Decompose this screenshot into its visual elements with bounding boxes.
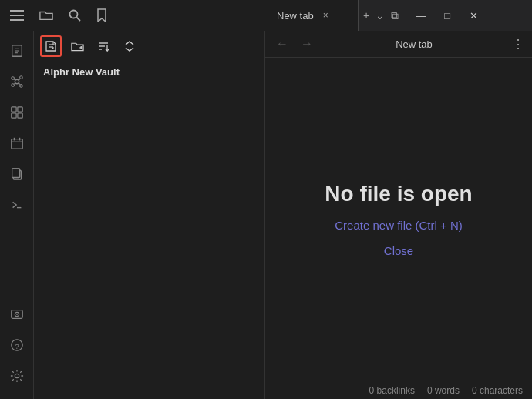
svg-point-3 [70, 11, 78, 18]
close-window-button[interactable]: ✕ [462, 4, 485, 27]
graph-icon[interactable] [3, 68, 31, 96]
svg-line-4 [77, 18, 81, 22]
tab-controls: + ⌄ ⧉ [359, 0, 403, 31]
search-icon[interactable] [66, 7, 83, 24]
sort-button[interactable] [93, 35, 114, 57]
sidebar: Alphr New Vault [34, 31, 265, 399]
new-folder-button[interactable] [66, 35, 88, 57]
tab-close-button[interactable]: × [323, 10, 328, 21]
words-count: 0 words [427, 385, 460, 396]
terminal-icon[interactable] [3, 191, 31, 219]
svg-point-32 [16, 314, 18, 315]
svg-point-10 [11, 77, 14, 80]
folder-icon[interactable] [37, 7, 56, 24]
copy-icon[interactable] [3, 160, 31, 188]
svg-line-16 [19, 83, 20, 85]
apps-icon[interactable] [3, 99, 31, 126]
editor-top-bar: ← → New tab ⋮ [265, 31, 532, 58]
svg-rect-1 [10, 15, 24, 16]
layout-toggle-button[interactable]: ⧉ [391, 9, 399, 22]
svg-point-9 [15, 79, 19, 83]
title-bar: New tab × + ⌄ ⧉ — □ ✕ [0, 0, 532, 31]
vault-icon[interactable] [3, 300, 31, 328]
no-file-title: No file is open [325, 182, 472, 206]
tabs-dropdown-button[interactable]: ⌄ [375, 9, 385, 22]
files-icon[interactable] [3, 37, 31, 65]
create-new-file-link[interactable]: Create new file (Ctrl + N) [335, 219, 462, 232]
svg-point-11 [19, 76, 22, 79]
add-tab-button[interactable]: + [363, 9, 369, 22]
svg-text:?: ? [15, 342, 19, 350]
editor-area: ← → New tab ⋮ No file is open Create new… [265, 31, 532, 399]
close-link[interactable]: Close [384, 244, 413, 257]
editor-content: No file is open Create new file (Ctrl + … [265, 58, 532, 381]
new-tab[interactable]: New tab × [266, 0, 359, 31]
svg-point-12 [19, 85, 22, 88]
nav-forward-button[interactable]: → [298, 35, 316, 52]
help-icon[interactable]: ? [3, 331, 31, 359]
sidebar-file-list [34, 84, 264, 399]
maximize-button[interactable]: □ [436, 4, 459, 27]
svg-line-17 [13, 83, 15, 85]
backlinks-count: 0 backlinks [369, 385, 415, 396]
svg-rect-18 [11, 107, 15, 112]
svg-rect-0 [10, 10, 24, 12]
svg-rect-22 [11, 139, 22, 149]
activity-bar: ? [0, 31, 34, 399]
tab-area: New tab × + ⌄ ⧉ — □ ✕ [266, 0, 532, 31]
svg-line-15 [19, 79, 20, 80]
title-bar-left [0, 0, 266, 31]
sidebar-toolbar [34, 31, 264, 62]
minimize-button[interactable]: — [409, 4, 433, 27]
editor-page-title: New tab [322, 39, 506, 50]
svg-line-14 [13, 79, 15, 81]
svg-rect-2 [10, 19, 24, 21]
collapse-button[interactable] [119, 35, 140, 57]
main-layout: ? Alphr New Vault ← → [0, 31, 532, 399]
svg-point-35 [15, 374, 19, 377]
svg-rect-21 [17, 113, 22, 118]
sidebar-toggle-icon[interactable] [8, 8, 26, 23]
nav-back-button[interactable]: ← [273, 35, 291, 52]
tab-label: New tab [277, 10, 314, 22]
bookmark-icon[interactable] [94, 6, 109, 25]
vault-name: Alphr New Vault [34, 62, 264, 84]
more-options-button[interactable]: ⋮ [512, 37, 524, 52]
characters-count: 0 characters [472, 385, 523, 396]
new-note-button[interactable] [40, 35, 62, 57]
svg-rect-19 [17, 107, 22, 112]
calendar-icon[interactable] [3, 129, 31, 157]
status-bar: 0 backlinks 0 words 0 characters [265, 381, 532, 399]
window-controls: — □ ✕ [403, 0, 491, 31]
settings-icon[interactable] [3, 362, 31, 390]
svg-rect-20 [11, 113, 15, 118]
